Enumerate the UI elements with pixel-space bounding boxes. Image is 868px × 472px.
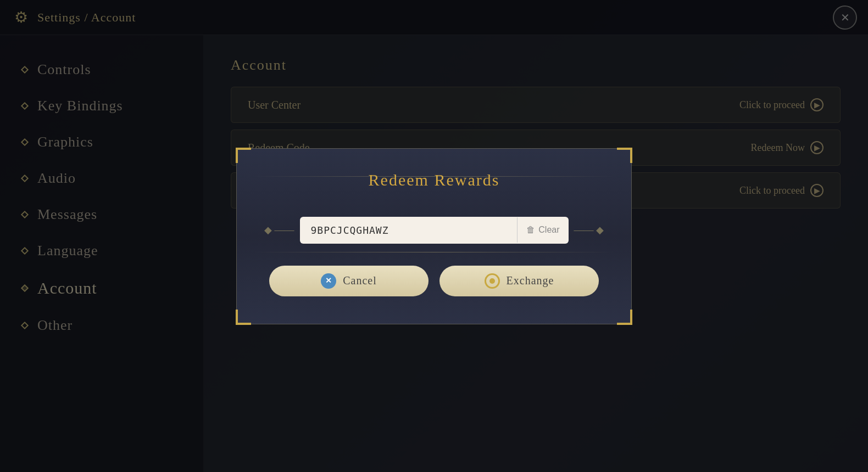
corner-decoration-bl bbox=[236, 310, 251, 325]
modal-overlay: Redeem Rewards ◆ —— 🗑 Clear —— ◆ ✕ Cance… bbox=[0, 0, 868, 472]
redeem-code-input[interactable] bbox=[300, 217, 520, 244]
corner-decoration-tr bbox=[617, 148, 632, 163]
clear-label: Clear bbox=[538, 225, 559, 235]
input-deco-left: ◆ —— bbox=[264, 224, 294, 236]
modal-line-top bbox=[253, 176, 615, 177]
trash-icon: 🗑 bbox=[526, 225, 535, 235]
cancel-button[interactable]: ✕ Cancel bbox=[269, 266, 429, 296]
exchange-button[interactable]: Exchange bbox=[439, 266, 599, 296]
clear-button[interactable]: 🗑 Clear bbox=[517, 217, 568, 243]
redeem-rewards-dialog: Redeem Rewards ◆ —— 🗑 Clear —— ◆ ✕ Cance… bbox=[236, 148, 632, 324]
exchange-icon bbox=[485, 273, 500, 289]
modal-buttons: ✕ Cancel Exchange bbox=[264, 266, 604, 296]
cancel-label: Cancel bbox=[343, 274, 377, 287]
code-input-wrapper: ◆ —— 🗑 Clear —— ◆ bbox=[264, 217, 604, 244]
input-deco-right: —— ◆ bbox=[574, 224, 604, 236]
corner-decoration-br bbox=[617, 310, 632, 325]
cancel-icon: ✕ bbox=[321, 273, 336, 289]
input-group: 🗑 Clear bbox=[300, 217, 569, 244]
corner-decoration-tl bbox=[236, 148, 251, 163]
modal-title: Redeem Rewards bbox=[264, 171, 604, 189]
exchange-label: Exchange bbox=[507, 274, 554, 287]
modal-line-bottom bbox=[253, 252, 615, 252]
